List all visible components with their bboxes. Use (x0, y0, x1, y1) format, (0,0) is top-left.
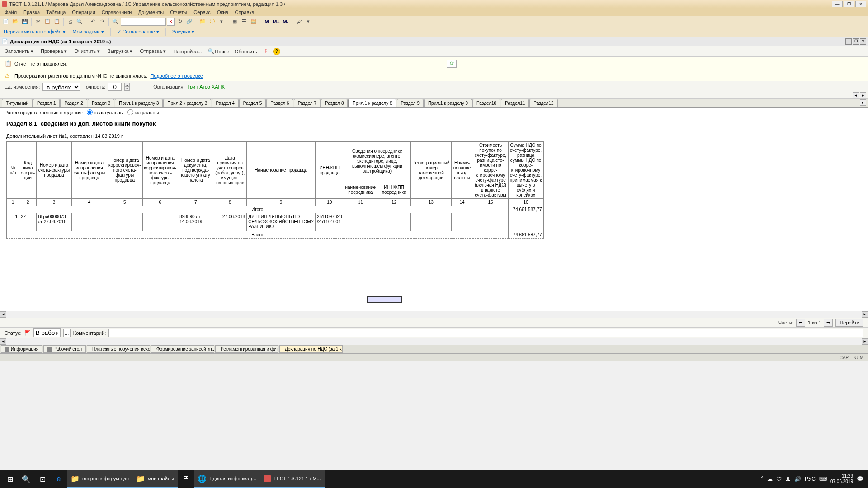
tab-app1-3[interactable]: Прил.1 к разделу 3 (115, 99, 163, 107)
org-link[interactable]: Грин Агро ХАПК (188, 84, 225, 89)
outer-hscroll[interactable]: ◄ ► (0, 338, 868, 344)
redo-icon[interactable]: ↷ (98, 18, 106, 26)
undo-icon[interactable]: ↶ (89, 18, 97, 26)
send-button[interactable]: Отправка ▾ (137, 47, 169, 56)
brush-icon[interactable]: 🖌 (295, 18, 303, 26)
tab-app1-9[interactable]: Прил.1 к разделу 9 (424, 99, 472, 107)
edge-button[interactable]: e (51, 470, 67, 488)
1c-button[interactable]: ТЕСТ 1.3.121.1 / М... (260, 470, 325, 488)
tray-network-icon[interactable]: 🖧 (785, 476, 791, 482)
menu-documents[interactable]: Документы (135, 9, 166, 16)
menu-service[interactable]: Сервис (191, 9, 213, 16)
tray-clock[interactable]: 11:29 07.06.2019 (830, 474, 853, 484)
tab-section7[interactable]: Раздел 7 (294, 99, 321, 107)
my-tasks-button[interactable]: Мои задачи ▾ (71, 28, 106, 36)
paste-icon[interactable]: 📋 (53, 18, 61, 26)
menu-table[interactable]: Таблица (43, 9, 68, 16)
tab-section6[interactable]: Раздел 6 (266, 99, 293, 107)
menu-file[interactable]: Файл (2, 9, 19, 16)
mminus-button[interactable]: M- (282, 18, 290, 26)
settings-button[interactable]: Настройка... (170, 47, 205, 56)
menu-reports[interactable]: Отчеты (167, 9, 190, 16)
cut-icon[interactable]: ✂ (34, 18, 42, 26)
doc-close-button[interactable]: ✕ (860, 38, 866, 45)
print-icon[interactable]: 🖨 (66, 18, 74, 26)
outer-hscroll-left[interactable]: ◄ (0, 338, 6, 345)
menu-operations[interactable]: Операции (69, 9, 98, 16)
tab-regulated[interactable]: Регламентированная и фин... (215, 345, 278, 353)
tray-up-icon[interactable]: ˄ (761, 476, 764, 482)
tab-declaration[interactable]: Декларация по НДС (за 1 к... (279, 345, 343, 353)
selected-cell[interactable] (367, 296, 402, 303)
check-button[interactable]: Проверка ▾ (38, 47, 70, 56)
dropdown-icon[interactable]: ▾ (217, 18, 226, 26)
menu-help[interactable]: Справка (232, 9, 257, 16)
tab-section9[interactable]: Раздел 9 (397, 99, 424, 107)
list-icon[interactable]: ☰ (240, 18, 248, 26)
clear-search-button[interactable]: ✕ (167, 18, 175, 26)
window-close-button[interactable]: ✕ (855, 1, 866, 7)
go-button[interactable]: Перейти (835, 319, 863, 327)
radio-inactive[interactable]: неактуальны (87, 109, 124, 115)
unit-select[interactable]: в рублях (42, 83, 80, 91)
start-button[interactable]: ⊞ (2, 470, 18, 488)
preview-icon[interactable]: 🔍 (75, 18, 84, 26)
tray-keyboard-icon[interactable]: ⌨ (819, 476, 827, 482)
parts-next-button[interactable]: ➡ (824, 319, 833, 327)
tab-section8[interactable]: Раздел 8 (321, 99, 348, 107)
doc-minimize-button[interactable]: — (845, 38, 852, 45)
grid-icon[interactable]: ▦ (231, 18, 239, 26)
scroll-right-button[interactable]: ► (860, 92, 866, 99)
mplus-button[interactable]: M+ (272, 18, 280, 26)
folder-icon[interactable]: 📁 (198, 18, 207, 26)
agreement-button[interactable]: ✓ Согласование ▾ (115, 28, 161, 36)
m-button[interactable]: M (263, 18, 271, 26)
search-button[interactable]: 🔍 Поиск (206, 47, 231, 55)
precision-input[interactable] (108, 83, 122, 91)
flag-icon[interactable]: ⚐ (261, 47, 272, 56)
outer-hscroll-right[interactable]: ► (862, 338, 868, 345)
switch-interface-button[interactable]: Переключить интерфейс ▾ (2, 28, 67, 36)
nav-icon[interactable]: 🔗 (185, 18, 193, 26)
precision-up[interactable]: ▲ (124, 83, 130, 87)
refresh-icon[interactable]: ↻ (176, 18, 184, 26)
refresh-button[interactable]: Обновить (231, 47, 260, 56)
tab-section5[interactable]: Раздел 5 (239, 99, 266, 107)
chrome-button[interactable]: 🌐Единая информац... (194, 470, 260, 488)
menu-windows[interactable]: Окна (214, 9, 231, 16)
tray-notifications-icon[interactable]: 💬 (857, 476, 863, 482)
tab-section1[interactable]: Раздел 1 (33, 99, 60, 107)
window-minimize-button[interactable]: — (832, 1, 843, 7)
menu-catalogs[interactable]: Справочники (99, 9, 135, 16)
table-row[interactable]: 1 22 ВГри0000073 от 27.06.2018 898890 от… (7, 213, 544, 231)
tab-section12[interactable]: Раздел12 (529, 99, 557, 107)
tab-section11[interactable]: Раздел11 (501, 99, 529, 107)
status-more-button[interactable]: ... (63, 329, 71, 337)
tab-info[interactable]: Информация (1, 345, 42, 353)
clear-button[interactable]: Очистить ▾ (71, 47, 103, 56)
window-restore-button[interactable]: ❐ (844, 1, 854, 7)
menu-edit[interactable]: Правка (20, 9, 42, 16)
content-hscroll[interactable]: ◄ ► (0, 311, 868, 317)
tab-section4[interactable]: Раздел 4 (212, 99, 238, 107)
brush-dd-icon[interactable]: ▾ (304, 18, 312, 26)
doc-restore-button[interactable]: ❐ (853, 38, 859, 45)
tab-section3[interactable]: Раздел 3 (88, 99, 114, 107)
precision-down[interactable]: ▼ (124, 87, 130, 91)
tab-section2[interactable]: Раздел 2 (60, 99, 87, 107)
comment-input[interactable] (108, 329, 863, 337)
tab-payments[interactable]: Платежные поручения исхо... (87, 345, 150, 353)
check-details-link[interactable]: Подробнее о проверке (150, 73, 203, 79)
folder-forum-button[interactable]: 📁вопрос в форум ндс (67, 470, 132, 488)
tab-records[interactable]: Формирование записей кн... (151, 345, 214, 353)
folder-files-button[interactable]: 📁мои файлы (132, 470, 178, 488)
tray-lang[interactable]: РУС (805, 476, 816, 482)
upload-button[interactable]: Выгрузка ▾ (104, 47, 136, 56)
scroll-left-button[interactable]: ◄ (853, 92, 859, 99)
search-input[interactable] (121, 18, 166, 26)
tray-shield-icon[interactable]: 🛡 (776, 476, 782, 482)
calc-icon[interactable]: 🧮 (250, 18, 258, 26)
hscroll-left[interactable]: ◄ (0, 311, 6, 318)
app-button-1[interactable]: 🖥 (178, 470, 194, 488)
tab-app1-8[interactable]: Прил.1 к разделу 8 (348, 99, 396, 107)
